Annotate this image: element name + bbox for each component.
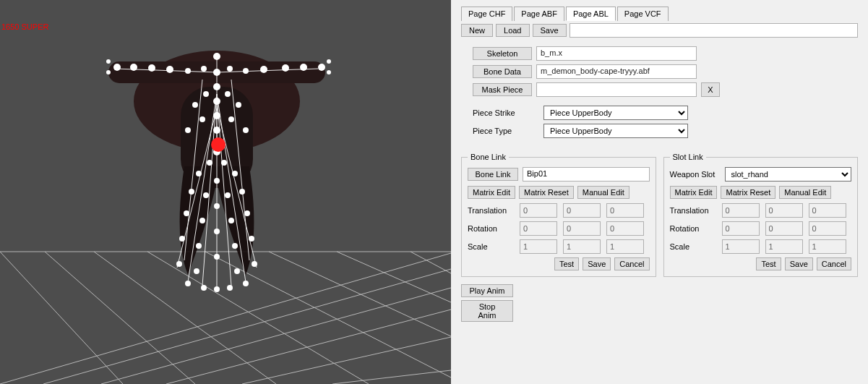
bl-sz[interactable]: [606, 239, 644, 254]
bl-ry[interactable]: [563, 221, 601, 236]
svg-point-55: [213, 127, 220, 134]
play-anim-button[interactable]: Play Anim: [461, 284, 513, 297]
svg-point-45: [106, 70, 111, 74]
svg-point-53: [236, 102, 241, 108]
svg-point-57: [228, 116, 234, 122]
sl-rx[interactable]: [722, 221, 760, 236]
tab-vcf[interactable]: Page VCF: [617, 7, 669, 21]
sl-rz[interactable]: [809, 221, 846, 236]
bl-matrix-edit-button[interactable]: Matrix Edit: [468, 186, 515, 199]
property-panel: Page CHF Page ABF Page ABL Page VCF New …: [451, 0, 868, 384]
svg-point-67: [239, 189, 245, 195]
svg-point-44: [106, 59, 111, 64]
svg-point-43: [318, 64, 325, 71]
bl-rz[interactable]: [606, 221, 644, 236]
new-button[interactable]: New: [461, 24, 493, 37]
save-button[interactable]: Save: [533, 24, 567, 37]
svg-point-51: [225, 91, 231, 97]
bl-test-button[interactable]: Test: [554, 257, 579, 270]
sl-matrix-reset-button[interactable]: Matrix Reset: [721, 186, 775, 199]
sl-tz[interactable]: [809, 203, 846, 218]
svg-point-56: [199, 116, 205, 122]
svg-point-68: [203, 192, 209, 198]
bl-rx[interactable]: [520, 221, 557, 236]
skeleton-value[interactable]: b_m.x: [536, 46, 697, 61]
svg-line-1: [43, 269, 451, 384]
svg-point-85: [185, 281, 191, 286]
svg-point-64: [232, 171, 238, 176]
maskpiece-value[interactable]: [536, 82, 697, 97]
svg-point-62: [221, 160, 227, 166]
svg-point-30: [213, 53, 220, 60]
svg-point-71: [184, 210, 189, 216]
svg-point-74: [228, 218, 234, 223]
file-path-field[interactable]: [570, 23, 858, 38]
svg-line-0: [0, 253, 451, 384]
bone-link-group: Bone Link Bone Link Bip01 Matrix Edit Ma…: [461, 153, 656, 277]
maskpiece-clear-button[interactable]: X: [701, 82, 720, 97]
bl-tz[interactable]: [606, 203, 644, 218]
tab-chf[interactable]: Page CHF: [461, 7, 512, 21]
viewport-3d[interactable]: 1650 SUPER: [0, 0, 451, 384]
slot-link-group: Slot Link Weapon Slot slot_rhand Matrix …: [663, 153, 859, 277]
bonedata-value[interactable]: m_demon_body-cape-tryyy.abf: [536, 64, 697, 79]
svg-point-84: [234, 268, 240, 274]
svg-point-54: [213, 112, 220, 119]
sl-save-button[interactable]: Save: [785, 257, 813, 270]
svg-point-86: [243, 281, 249, 286]
piece-strike-label: Piece Strike: [473, 108, 536, 117]
svg-point-41: [300, 64, 307, 71]
bl-translation-label: Translation: [468, 206, 514, 215]
piece-type-select[interactable]: Piece UpperBody: [543, 124, 688, 138]
bl-manual-edit-button[interactable]: Manual Edit: [577, 186, 629, 199]
piece-type-label: Piece Type: [473, 127, 536, 135]
sl-sy[interactable]: [765, 239, 803, 254]
skeleton-label: Skeleton: [473, 47, 532, 60]
svg-point-36: [166, 66, 173, 73]
svg-point-81: [176, 261, 182, 267]
svg-line-11: [269, 252, 451, 336]
svg-point-76: [179, 236, 185, 242]
piece-strike-select[interactable]: Piece UpperBody: [543, 106, 688, 120]
bl-scale-label: Scale: [468, 242, 514, 251]
svg-point-80: [214, 254, 220, 260]
svg-line-12: [337, 252, 451, 302]
bone-link-value[interactable]: Bip01: [523, 167, 650, 182]
sl-test-button[interactable]: Test: [756, 257, 781, 270]
svg-point-47: [327, 70, 331, 74]
bl-sx[interactable]: [520, 239, 557, 254]
sl-ty[interactable]: [765, 203, 803, 218]
svg-point-39: [282, 64, 289, 72]
stop-anim-button[interactable]: Stop Anim: [461, 300, 513, 322]
svg-point-72: [244, 210, 250, 216]
bl-ty[interactable]: [563, 203, 601, 218]
load-button[interactable]: Load: [496, 24, 529, 37]
sl-cancel-button[interactable]: Cancel: [817, 257, 851, 270]
svg-point-87: [201, 285, 207, 291]
sl-sz[interactable]: [809, 239, 846, 254]
svg-point-38: [148, 64, 155, 72]
viewport-svg: [0, 0, 451, 384]
sl-matrix-edit-button[interactable]: Matrix Edit: [670, 186, 718, 199]
bl-tx[interactable]: [520, 203, 557, 218]
svg-point-32: [201, 66, 207, 72]
sl-sx[interactable]: [722, 239, 760, 254]
tab-abl[interactable]: Page ABL: [566, 7, 616, 21]
bl-sy[interactable]: [563, 239, 601, 254]
bl-save-button[interactable]: Save: [583, 257, 611, 270]
sl-tx[interactable]: [722, 203, 760, 218]
bl-cancel-button[interactable]: Cancel: [614, 257, 649, 270]
svg-point-73: [199, 218, 205, 223]
bone-link-label: Bone Link: [468, 168, 518, 181]
tab-abf[interactable]: Page ABF: [514, 7, 564, 21]
svg-point-31: [213, 69, 220, 76]
bl-matrix-reset-button[interactable]: Matrix Reset: [519, 186, 574, 199]
svg-point-46: [327, 59, 331, 64]
svg-point-65: [214, 178, 220, 184]
sl-manual-edit-button[interactable]: Manual Edit: [779, 186, 831, 199]
svg-line-9: [147, 252, 369, 384]
svg-point-58: [185, 127, 191, 133]
sl-ry[interactable]: [765, 221, 803, 236]
svg-point-33: [227, 66, 233, 72]
weapon-slot-select[interactable]: slot_rhand: [725, 167, 852, 182]
